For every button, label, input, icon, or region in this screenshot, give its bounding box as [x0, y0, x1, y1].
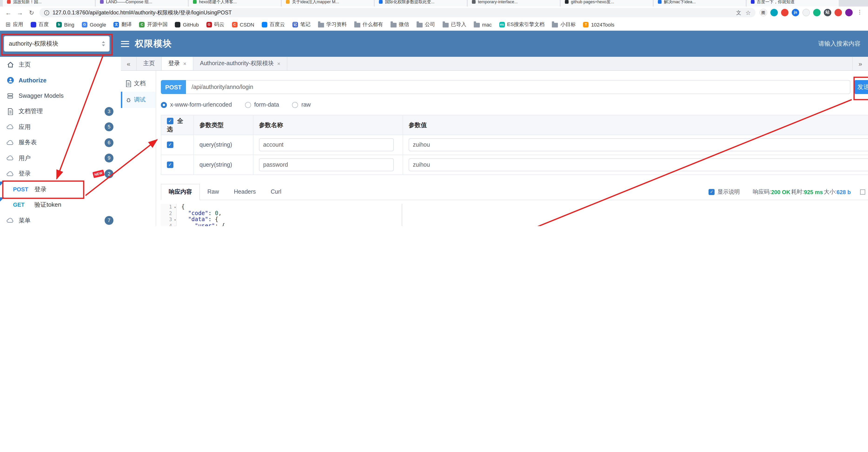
group-select[interactable]: authority-权限模块 — [4, 36, 110, 52]
bookmark-item[interactable]: esES搜索引擎文档 — [499, 21, 545, 28]
menu-toggle-icon[interactable] — [121, 39, 129, 49]
extension-icon-8[interactable] — [835, 9, 842, 16]
extension-icon-2[interactable] — [770, 9, 778, 16]
bookmark-item[interactable]: 微信 — [391, 21, 409, 28]
fold-arrow-icon[interactable]: ▾ — [174, 204, 176, 210]
bookmark-item[interactable]: GitHub — [175, 22, 199, 27]
browser-tab[interactable]: temporary-interface... — [468, 0, 560, 6]
extension-icon-5[interactable] — [802, 9, 810, 16]
code-text: "user": { — [177, 223, 225, 226]
checkbox-checked-icon[interactable]: ✓ — [167, 162, 174, 168]
bookmark-item[interactable]: 记笔记 — [292, 21, 311, 28]
omnibox[interactable]: i 127.0.0.1:8760/api/gate/doc.html#/auth… — [39, 8, 755, 17]
param-value-input[interactable] — [409, 158, 868, 171]
translate-icon[interactable]: 文 — [736, 9, 741, 16]
close-icon[interactable]: × — [183, 60, 186, 67]
bookmark-item[interactable]: 公司 — [416, 21, 435, 28]
select-all-checkbox[interactable]: ✓ — [167, 117, 174, 124]
bookmark-item[interactable]: bBing — [56, 22, 74, 27]
extension-icon-3[interactable] — [781, 9, 788, 16]
bookmark-item[interactable]: 学习资料 — [318, 21, 347, 28]
param-name-input[interactable] — [259, 158, 394, 171]
response-tab[interactable]: Headers — [226, 184, 264, 200]
work-area: 文档调试 POST /api/authority/anno/login 发送 x… — [121, 71, 868, 226]
browser-tab[interactable]: hexo搭建个人博客... — [189, 0, 281, 6]
sidebar-item[interactable]: Authorize — [0, 73, 121, 88]
sidebar-item-label: 文档管理 — [19, 107, 43, 116]
close-icon[interactable]: × — [277, 60, 280, 67]
browser-tab[interactable]: 解决mac下idea... — [654, 0, 746, 6]
content-tab[interactable]: 登录× — [162, 57, 193, 70]
bookmark-item[interactable]: mac — [474, 22, 492, 27]
docnav-label: 调试 — [134, 96, 146, 104]
select-all-cell: ✓全选 — [161, 115, 194, 135]
docnav-item-debug[interactable]: 调试 — [121, 92, 156, 108]
param-value-input[interactable] — [409, 138, 868, 151]
reload-icon[interactable]: ↻ — [28, 9, 35, 16]
response-tab[interactable]: Curl — [264, 184, 289, 200]
back-icon[interactable]: ← — [5, 9, 12, 16]
browser-tab[interactable]: 百度一下，你就知道 — [747, 0, 839, 6]
expand-tabs-icon[interactable]: » — [852, 57, 868, 70]
extension-icon-4[interactable]: js — [792, 9, 799, 16]
bookmark-item[interactable]: 百度云 — [262, 21, 285, 28]
response-tab[interactable]: Raw — [200, 184, 226, 200]
menu-kebab-icon[interactable]: ⋮ — [856, 9, 863, 16]
profile-avatar[interactable] — [845, 9, 852, 16]
params-table: ✓全选 参数类型 参数名称 参数值 ✓query(string)✓query(s… — [161, 115, 868, 175]
sidebar-item[interactable]: 用户9 — [0, 150, 121, 166]
sidebar-item-operation[interactable]: POST登录 — [0, 181, 121, 197]
bookmark-item[interactable]: 小目标 — [552, 21, 576, 28]
param-value-cell — [403, 135, 868, 155]
sidebar-item[interactable]: 服务表6 — [0, 135, 121, 150]
radio-icon[interactable] — [292, 102, 298, 108]
browser-tab[interactable]: 关于idea注入mapper M... — [282, 0, 374, 6]
bookmark-item[interactable]: G码云 — [206, 21, 224, 28]
bookmark-item[interactable]: 什么都有 — [354, 21, 383, 28]
bookmark-item[interactable]: C开源中国 — [139, 21, 167, 28]
browser-tab[interactable]: LAND——Compose 组... — [96, 0, 188, 6]
page-info-icon[interactable]: i — [44, 10, 49, 15]
extension-icon-6[interactable] — [813, 9, 820, 16]
fold-arrow-icon[interactable]: ▾ — [174, 223, 176, 226]
bookmark-item[interactable]: 百度 — [31, 21, 49, 28]
bookmark-item[interactable]: 文翻译 — [114, 21, 132, 28]
response-tab[interactable]: 响应内容 — [161, 184, 200, 200]
browser-tab[interactable]: 国际化权限参数提取此变... — [375, 0, 467, 6]
checkbox-checked-icon[interactable]: ✓ — [167, 142, 174, 148]
browser-tab[interactable]: 温故知新！园... — [3, 0, 95, 6]
content-type-option[interactable]: x-www-form-urlencoded — [161, 102, 232, 108]
sidebar-item[interactable]: Swagger Models — [0, 88, 121, 104]
bookmark-star-icon[interactable]: ☆ — [745, 9, 751, 16]
extension-icon-7[interactable]: 站 — [824, 9, 831, 16]
sidebar-item[interactable]: 文档管理3 — [0, 104, 121, 119]
bookmark-item[interactable]: 已导入 — [443, 21, 466, 28]
sidebar-item[interactable]: 主页 — [0, 57, 121, 73]
bookmark-item[interactable]: T1024Tools — [583, 22, 614, 27]
bookmark-item[interactable]: GGoogle — [82, 22, 106, 27]
content-tab[interactable]: 主页 — [137, 57, 162, 70]
sidebar-item-operation[interactable]: GET验证token — [0, 197, 121, 213]
request-path[interactable]: /api/authority/anno/login — [186, 80, 850, 94]
sidebar-item[interactable]: 应用5 — [0, 119, 121, 135]
fold-arrow-icon[interactable]: ▾ — [174, 217, 176, 223]
content-type-option[interactable]: form-data — [245, 102, 279, 108]
collapse-tabs-icon[interactable]: « — [121, 57, 137, 70]
header-search[interactable]: 请输入搜索内容 — [818, 39, 861, 48]
bookmark-item[interactable]: CCSDN — [232, 22, 254, 27]
fullscreen-icon[interactable] — [860, 190, 865, 195]
param-name-input[interactable] — [259, 138, 394, 151]
radio-icon[interactable] — [161, 102, 167, 108]
bookmark-item[interactable]: ⊞应用 — [6, 21, 23, 28]
sidebar-item[interactable]: 登录NEW2 — [0, 166, 121, 181]
radio-icon[interactable] — [245, 102, 251, 108]
show-desc-checkbox[interactable]: ✓ — [709, 189, 715, 195]
content-type-option[interactable]: raw — [292, 102, 311, 108]
forward-icon[interactable]: → — [16, 9, 24, 16]
extension-icon-1[interactable]: 图 — [760, 9, 767, 16]
send-button[interactable]: 发送 — [854, 80, 868, 94]
browser-tab[interactable]: github pages+hexo发... — [561, 0, 653, 6]
docnav-item-document[interactable]: 文档 — [121, 76, 156, 92]
sidebar-item[interactable]: 菜单7 — [0, 213, 121, 226]
content-tab[interactable]: Authorize-authority-权限模块× — [193, 57, 287, 70]
